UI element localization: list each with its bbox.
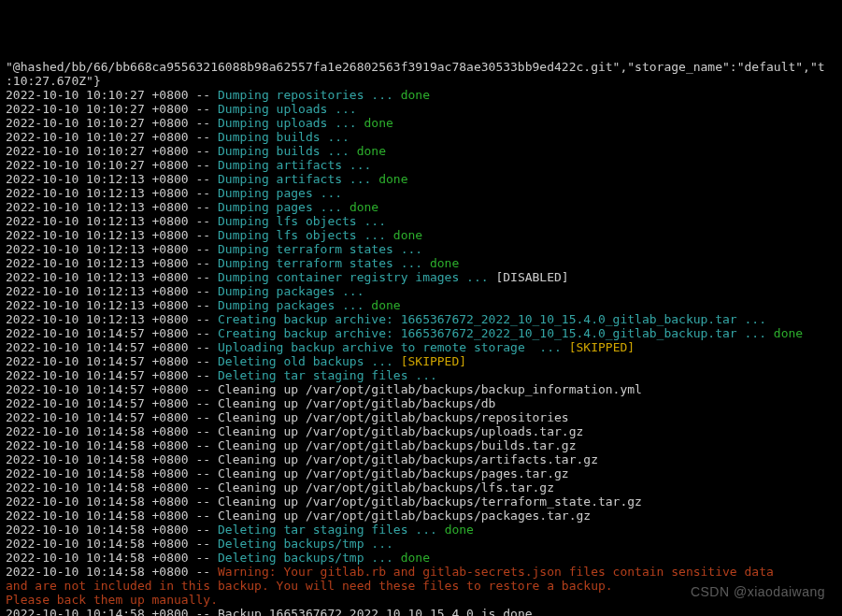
- log-line: 2022-10-10 10:14:58 +0800 -- Cleaning up…: [6, 438, 836, 452]
- timestamp: 2022-10-10 10:14:58 +0800: [6, 494, 189, 509]
- separator: --: [189, 382, 218, 396]
- separator: --: [189, 523, 218, 537]
- separator: --: [189, 200, 218, 214]
- timestamp: 2022-10-10 10:12:13 +0800: [6, 186, 189, 200]
- text: Cleaning up /var/opt/gitlab/backups/pack…: [218, 509, 591, 523]
- log-line: 2022-10-10 10:14:57 +0800 -- Cleaning up…: [6, 382, 836, 396]
- log-line: 2022-10-10 10:14:58 +0800 -- Cleaning up…: [6, 466, 836, 480]
- timestamp: 2022-10-10 10:14:57 +0800: [6, 340, 189, 354]
- separator: --: [189, 480, 218, 494]
- timestamp: 2022-10-10 10:14:58 +0800: [6, 523, 189, 537]
- log-line: 2022-10-10 10:10:27 +0800 -- Dumping bui…: [6, 130, 836, 144]
- separator: --: [189, 368, 218, 382]
- timestamp: 2022-10-10 10:14:58 +0800: [6, 424, 189, 438]
- separator: --: [189, 452, 218, 466]
- timestamp: 2022-10-10 10:14:57 +0800: [6, 382, 189, 396]
- text: done: [430, 256, 459, 270]
- log-line: 2022-10-10 10:14:57 +0800 -- Uploading b…: [6, 340, 836, 354]
- timestamp: 2022-10-10 10:10:27 +0800: [6, 88, 189, 102]
- text: done: [371, 298, 400, 312]
- timestamp: 2022-10-10 10:12:13 +0800: [6, 228, 189, 242]
- text: Deleting old backups ...: [218, 354, 401, 368]
- timestamp: 2022-10-10 10:14:58 +0800: [6, 509, 189, 523]
- text: Dumping terraform states ...: [218, 242, 430, 256]
- text: Dumping packages ...: [218, 284, 371, 298]
- log-line: 2022-10-10 10:12:13 +0800 -- Dumping ter…: [6, 242, 836, 256]
- text: Please back them up manually.: [6, 593, 218, 607]
- timestamp: 2022-10-10 10:12:13 +0800: [6, 312, 189, 326]
- text: [SKIPPED]: [569, 340, 635, 354]
- timestamp: 2022-10-10 10:12:13 +0800: [6, 256, 189, 270]
- log-line: 2022-10-10 10:14:57 +0800 -- Cleaning up…: [6, 410, 836, 424]
- separator: --: [189, 186, 218, 200]
- log-line: 2022-10-10 10:12:13 +0800 -- Dumping lfs…: [6, 214, 836, 228]
- log-line: 2022-10-10 10:10:27 +0800 -- Dumping upl…: [6, 102, 836, 116]
- separator: --: [189, 158, 218, 172]
- log-line: 2022-10-10 10:14:58 +0800 -- Warning: Yo…: [6, 565, 836, 579]
- text: Dumping artifacts ...: [218, 172, 378, 186]
- text: Warning: Your gitlab.rb and gitlab-secre…: [218, 565, 774, 579]
- separator: --: [189, 509, 218, 523]
- timestamp: 2022-10-10 10:14:58 +0800: [6, 565, 189, 579]
- text: Dumping builds ...: [218, 144, 357, 158]
- log-line: 2022-10-10 10:14:58 +0800 -- Deleting ta…: [6, 523, 836, 537]
- timestamp: 2022-10-10 10:14:58 +0800: [6, 466, 189, 480]
- text: and are not included in this backup. You…: [6, 579, 613, 593]
- text: Creating backup archive: 1665367672_2022…: [218, 326, 774, 340]
- text: Deleting backups/tmp ...: [218, 537, 401, 551]
- separator: --: [189, 242, 218, 256]
- log-line: 2022-10-10 10:12:13 +0800 -- Dumping con…: [6, 270, 836, 284]
- log-line: 2022-10-10 10:14:58 +0800 -- Deleting ba…: [6, 537, 836, 551]
- text: [DISABLED]: [495, 270, 568, 284]
- text: Cleaning up /var/opt/gitlab/backups/lfs.…: [218, 480, 554, 494]
- log-line: 2022-10-10 10:14:57 +0800 -- Deleting ta…: [6, 368, 836, 382]
- log-line: 2022-10-10 10:10:27 +0800 -- Dumping art…: [6, 158, 836, 172]
- text: Cleaning up /var/opt/gitlab/backups/page…: [218, 466, 569, 480]
- text: Dumping builds ...: [218, 130, 357, 144]
- text: Dumping lfs objects ...: [218, 228, 393, 242]
- log-line: :10:27.670Z"}: [6, 74, 836, 88]
- log-line: 2022-10-10 10:14:57 +0800 -- Cleaning up…: [6, 396, 836, 410]
- log-line: 2022-10-10 10:14:58 +0800 -- Cleaning up…: [6, 509, 836, 523]
- timestamp: 2022-10-10 10:14:57 +0800: [6, 368, 189, 382]
- log-line: 2022-10-10 10:14:58 +0800 -- Backup 1665…: [6, 607, 836, 616]
- separator: --: [189, 228, 218, 242]
- timestamp: 2022-10-10 10:10:27 +0800: [6, 130, 189, 144]
- log-line: 2022-10-10 10:12:13 +0800 -- Dumping pac…: [6, 298, 836, 312]
- separator: --: [189, 130, 218, 144]
- text: done: [364, 116, 393, 130]
- separator: --: [189, 466, 218, 480]
- timestamp: 2022-10-10 10:10:27 +0800: [6, 144, 189, 158]
- timestamp: 2022-10-10 10:14:58 +0800: [6, 480, 189, 494]
- separator: --: [189, 298, 218, 312]
- text: Deleting tar staging files ...: [218, 368, 445, 382]
- timestamp: 2022-10-10 10:14:57 +0800: [6, 354, 189, 368]
- separator: --: [189, 326, 218, 340]
- separator: --: [189, 102, 218, 116]
- text: :10:27.670Z"}: [6, 74, 101, 88]
- terminal-output[interactable]: "@hashed/bb/66/bb668ca95563216088b98a625…: [6, 60, 836, 616]
- separator: --: [189, 551, 218, 565]
- text: Dumping pages ...: [218, 200, 350, 214]
- text: Dumping lfs objects ...: [218, 214, 393, 228]
- text: Uploading backup archive to remote stora…: [218, 340, 569, 354]
- timestamp: 2022-10-10 10:10:27 +0800: [6, 102, 189, 116]
- log-line: 2022-10-10 10:14:57 +0800 -- Creating ba…: [6, 326, 836, 340]
- timestamp: 2022-10-10 10:14:57 +0800: [6, 326, 189, 340]
- log-line: 2022-10-10 10:12:13 +0800 -- Dumping lfs…: [6, 228, 836, 242]
- separator: --: [189, 396, 218, 410]
- text: Cleaning up /var/opt/gitlab/backups/buil…: [218, 438, 577, 452]
- timestamp: 2022-10-10 10:12:13 +0800: [6, 270, 189, 284]
- text: Dumping uploads ...: [218, 102, 364, 116]
- warning-line: and are not included in this backup. You…: [6, 579, 836, 593]
- timestamp: 2022-10-10 10:12:13 +0800: [6, 242, 189, 256]
- text: Creating backup archive: 1665367672_2022…: [218, 312, 774, 326]
- log-line: 2022-10-10 10:14:58 +0800 -- Cleaning up…: [6, 452, 836, 466]
- text: Dumping container registry images ...: [218, 270, 495, 284]
- text: Dumping repositories ...: [218, 88, 401, 102]
- separator: --: [189, 172, 218, 186]
- text: done: [401, 88, 430, 102]
- timestamp: 2022-10-10 10:14:58 +0800: [6, 537, 189, 551]
- log-line: 2022-10-10 10:12:13 +0800 -- Dumping art…: [6, 172, 836, 186]
- text: done: [445, 523, 474, 537]
